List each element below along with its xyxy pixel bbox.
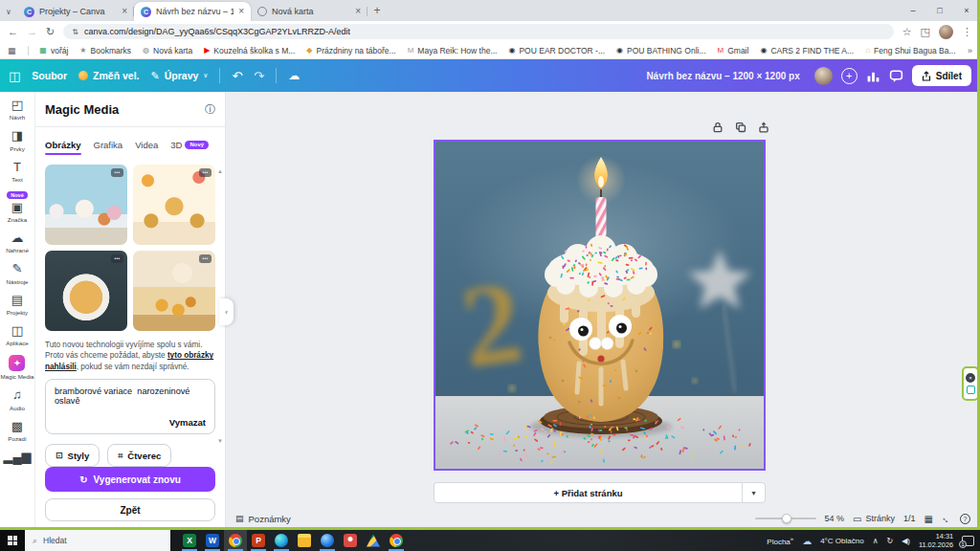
sidebar-item-nahrane[interactable]: ☁Nahrané: [6, 231, 29, 253]
taskbar-app-word[interactable]: W: [201, 530, 224, 551]
thumb-menu-icon[interactable]: [199, 168, 212, 177]
taskbar-app-app-blue[interactable]: [316, 530, 339, 551]
browser-tab-navrh[interactable]: C Návrh bez názvu – 1200 × 1200 ×: [134, 2, 251, 21]
browser-profile-avatar[interactable]: [939, 25, 953, 39]
bookmark-item[interactable]: ▦vořáj: [39, 46, 68, 55]
update-icon[interactable]: ↻: [886, 537, 893, 545]
start-button[interactable]: [0, 536, 25, 545]
sidebar-item-pozadi[interactable]: ▩Pozadí: [8, 420, 26, 442]
taskbar-app-powerpoint[interactable]: P: [247, 530, 270, 551]
regenerate-button[interactable]: ↻Vygenerovat znovu: [45, 467, 215, 492]
resize-menu[interactable]: Změň vel.: [78, 70, 139, 81]
tab-3d[interactable]: 3DNový: [170, 140, 209, 150]
notification-center-icon[interactable]: 1: [962, 536, 974, 546]
sidebar-item-text[interactable]: TText: [11, 161, 22, 183]
comments-icon[interactable]: [889, 69, 903, 83]
add-member-button[interactable]: +: [841, 68, 858, 84]
file-menu[interactable]: Soubor: [32, 70, 67, 81]
prompt-input[interactable]: bramborové variace narozeninové oslavě V…: [45, 379, 215, 434]
tab-close-icon[interactable]: ×: [122, 7, 127, 16]
taskbar-app-edge[interactable]: [270, 530, 293, 551]
bookmark-item[interactable]: ◉CARS 2 FIND THE A...: [760, 46, 854, 55]
help-icon[interactable]: ?: [960, 514, 970, 524]
forward-icon[interactable]: →: [27, 26, 37, 37]
sidebar-item-magic-media[interactable]: ✦Magic Media: [0, 355, 33, 380]
weather-text[interactable]: 4°C Oblačno: [820, 537, 863, 545]
taskbar-app-explorer[interactable]: [293, 530, 316, 551]
apps-grid-icon[interactable]: ▦: [8, 46, 16, 55]
bookmark-item[interactable]: MMaya Reik: How the...: [408, 46, 498, 55]
thumb-menu-icon[interactable]: [111, 254, 123, 263]
generated-image-potato-bowl[interactable]: [45, 251, 127, 331]
bookmark-item[interactable]: ◆Prázdniny na táboře...: [306, 46, 395, 55]
tray-expand-icon[interactable]: ∧: [873, 537, 879, 545]
generated-image-potato-characters[interactable]: [133, 165, 215, 245]
user-avatar[interactable]: [814, 67, 833, 85]
zoom-value[interactable]: 54 %: [825, 514, 845, 523]
scroll-down-icon[interactable]: ▼: [217, 438, 223, 444]
new-tab-button[interactable]: +: [368, 4, 387, 21]
tab-close-icon[interactable]: ×: [238, 7, 244, 16]
taskbar-app-drive[interactable]: [362, 530, 385, 551]
styles-button[interactable]: ⊡Styly: [45, 444, 100, 467]
thumb-menu-icon[interactable]: [111, 168, 123, 177]
desktop-toolbar[interactable]: Plocha»: [767, 536, 793, 546]
sidebar-item-aplikace[interactable]: ◫Aplikace: [6, 324, 28, 346]
aspect-ratio-button[interactable]: ⌗Čtverec: [107, 444, 171, 467]
redo-icon[interactable]: ↷: [254, 69, 264, 83]
reload-icon[interactable]: ↻: [46, 26, 55, 38]
lock-icon[interactable]: [712, 121, 724, 133]
clear-prompt-link[interactable]: Vymazat: [169, 417, 206, 428]
taskbar-app-chrome[interactable]: [224, 530, 247, 551]
pages-toggle[interactable]: ▭ Stránky: [853, 514, 895, 524]
taskbar-app-app-red[interactable]: [339, 530, 362, 551]
browser-tab-nova-karta[interactable]: Nová karta ×: [251, 2, 368, 21]
move-up-icon[interactable]: [758, 121, 769, 133]
back-button[interactable]: Zpět: [45, 498, 215, 521]
site-settings-icon[interactable]: ⇅: [72, 28, 78, 36]
thumb-menu-icon[interactable]: [199, 254, 212, 263]
edit-menu[interactable]: ✎ Úpravy ∨: [150, 70, 208, 82]
close-button[interactable]: ×: [953, 6, 980, 15]
volume-icon[interactable]: ◀): [902, 537, 910, 545]
sidebar-toggle-icon[interactable]: ◫: [9, 69, 20, 83]
design-canvas-page[interactable]: 2: [434, 140, 766, 471]
grid-view-icon[interactable]: ▦: [924, 514, 933, 524]
generated-image-party-table[interactable]: [45, 165, 127, 245]
bookmark-item[interactable]: ◉POU BATHING Onli...: [616, 46, 705, 55]
insights-chart-icon[interactable]: [866, 69, 880, 83]
bookmarks-overflow-icon[interactable]: »: [968, 46, 972, 55]
info-icon[interactable]: ⓘ: [205, 102, 215, 117]
add-page-button[interactable]: + Přidat stránku: [434, 483, 742, 502]
sidebar-item-navrh[interactable]: ◰Návrh: [10, 99, 26, 121]
document-title[interactable]: Návrh bez názvu – 1200 × 1200 px: [646, 71, 799, 81]
browser-menu-icon[interactable]: ⋮: [962, 26, 972, 38]
taskbar-app-chrome-alt[interactable]: [385, 530, 408, 551]
sidebar-item-prvky[interactable]: ◨Prvky: [10, 129, 24, 151]
sidebar-item-audio[interactable]: ♫Audio: [10, 388, 25, 410]
bookmark-star-icon[interactable]: ☆: [902, 26, 912, 38]
sidebar-item-projekty[interactable]: ▤Projekty: [7, 294, 28, 316]
tab-obrazky[interactable]: Obrázky: [45, 140, 81, 150]
bookmark-item[interactable]: MGmail: [718, 46, 749, 55]
close-icon[interactable]: ×: [966, 373, 975, 383]
clock[interactable]: 14:31 11.02.2026: [919, 532, 953, 549]
tab-close-icon[interactable]: ×: [355, 7, 361, 16]
browser-tab-projekty[interactable]: C Projekty – Canva ×: [17, 2, 134, 21]
camera-icon[interactable]: [967, 386, 975, 394]
url-bar[interactable]: ⇅ canva.com/design/DAG_yyQaa6s/CSqqX3CgG…: [63, 24, 894, 39]
undo-icon[interactable]: ↶: [232, 69, 242, 83]
minimize-button[interactable]: –: [900, 6, 926, 15]
sidebar-item-nastroje[interactable]: ✎Nástroje: [6, 262, 28, 284]
taskbar-search[interactable]: ⌕ Hledat: [25, 530, 170, 551]
bookmark-item[interactable]: ◍Nová karta: [143, 46, 192, 55]
fullscreen-icon[interactable]: ↔: [940, 512, 954, 526]
tab-videa[interactable]: Videa: [135, 140, 158, 150]
zoom-slider-knob[interactable]: [782, 514, 791, 523]
taskbar-app-excel[interactable]: X: [178, 530, 201, 551]
sidebar-item-znacka[interactable]: Nové▣Značka: [7, 191, 27, 223]
panel-collapse-button[interactable]: ‹: [219, 298, 234, 325]
bookmark-item[interactable]: ★Bookmarks: [79, 46, 131, 55]
add-page-dropdown[interactable]: ▾: [742, 483, 765, 502]
back-icon[interactable]: ←: [8, 26, 18, 37]
